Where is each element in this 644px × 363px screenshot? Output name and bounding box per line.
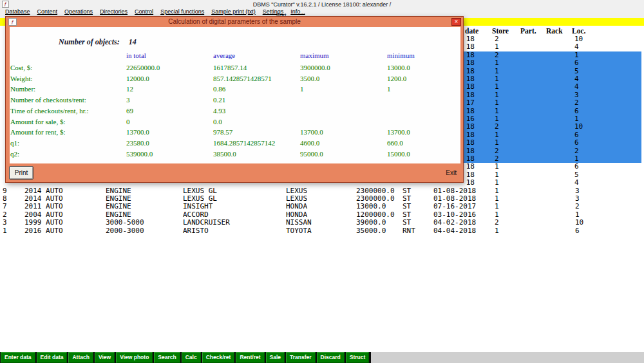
table-row-partial[interactable]: 1814 [464,43,641,51]
cell-date-fragment: 18 [464,107,475,115]
cell-store: 2 [495,219,499,227]
table-row-partial[interactable]: 1821 [464,155,641,163]
table-row-partial[interactable]: 1814 [464,75,641,83]
cell-store: 1 [495,59,499,67]
table-row[interactable]: 92014 AUTOENGINELEXUS GLLEXUS2300000.0ST… [0,187,644,195]
cell-loc: 4 [574,75,579,83]
stat-value: 3 [126,96,130,104]
table-row-partial[interactable]: 1712 [464,99,641,107]
print-button[interactable]: Print [9,166,33,180]
cell-category: 2000-3000 [106,227,144,235]
cell-loc: 1 [574,115,579,123]
stat-value: 1 [300,85,304,93]
table-row-partial[interactable]: 1816 [464,139,641,147]
table-row-partial[interactable]: 1611 [464,115,641,123]
cell-date-fragment: 18 [464,131,475,139]
table-row[interactable]: 31999 AUTO3000-5000LANDCRUISERNISSAN3900… [0,219,644,227]
toolbar-button-attach[interactable]: Attach [68,352,93,363]
table-row[interactable]: 82014 AUTOENGINELEXUS GLLEXUS2300000.0ST… [0,195,644,203]
table-row-partial[interactable]: 1815 [464,171,641,179]
stat-value: 13700.0 [300,128,323,136]
cell-loc: 2 [574,147,579,155]
cell-category: ENGINE [106,187,131,195]
cell-loc: 3 [575,187,580,195]
cell-loc: 1 [575,211,580,219]
toolbar-button-edit-data[interactable]: Edit data [37,352,68,363]
cell-model: ARISTO [183,227,209,235]
cell-date: 04-02-2018 [433,219,476,227]
cell-loc: 10 [574,123,583,131]
cell-brand: HONDA [286,203,307,210]
stat-value: 0 [126,118,130,126]
stat-value: 0.0 [213,118,222,126]
table-row-partial[interactable]: 1816 [464,59,641,67]
cell-loc: 6 [574,107,579,115]
cell-store: 1 [495,211,499,219]
table-row-partial[interactable]: 1816 [464,107,641,115]
table-row-partial[interactable]: 1815 [464,68,641,75]
table-row-partial[interactable]: 1813 [464,91,641,99]
cell-id: 9 [3,187,7,195]
cell-model: LEXUS GL [183,187,217,195]
objects-count-line: Number of objects:14 [59,37,137,47]
table-row-partial[interactable]: 1816 [464,131,641,139]
cell-model: INSIGHT [183,203,213,210]
stat-value: 3500.0 [300,75,319,82]
cell-status: ST [402,187,411,195]
cell-store: 1 [495,115,499,123]
cell-store: 1 [495,75,499,83]
cell-loc: 3 [574,91,579,99]
cell-date-fragment: 18 [464,35,475,43]
stat-row-label: Amount for rent, $: [10,128,66,136]
cell-loc: 1 [574,51,579,59]
toolbar-button-rent-ret[interactable]: Rent/ret [236,352,264,363]
stat-row-label: Amount for sale, $: [10,118,66,126]
toolbar-button-search[interactable]: Search [154,352,180,363]
cell-store: 1 [495,195,499,203]
cell-store: 1 [495,139,499,147]
table-row-partial[interactable]: 1816 [464,163,641,171]
stat-row-label: Weight: [10,75,33,82]
dialog-titlebar[interactable]: ƒ Calculation of digital parameters of t… [6,17,463,27]
cell-store: 2 [495,155,499,163]
table-row[interactable]: 12016 AUTO2000-3000ARISTOTOYOTA35000.0RN… [0,227,644,235]
toolbar-button-discard[interactable]: Discard [317,352,345,363]
toolbar-button-enter-data[interactable]: Enter data [1,352,35,363]
objects-count-label: Number of objects: [59,37,120,46]
toolbar-button-view[interactable]: View [95,352,115,363]
table-row-partial[interactable]: 18210 [464,35,641,43]
cell-store: 1 [495,227,499,235]
table-row[interactable]: 72011 AUTOENGINEINSIGHTHONDA13000.0ST07-… [0,203,644,210]
stat-column-in-total: in total [126,51,146,59]
stat-column-maximum: maximum [300,51,329,59]
toolbar-button-transfer[interactable]: Transfer [286,352,316,363]
toolbar-button-calc[interactable]: Calc [182,352,201,363]
cell-store: 1 [495,171,499,179]
cell-brand: TOYOTA [286,227,312,235]
cell-store: 1 [495,179,499,187]
toolbar-button-struct[interactable]: Struct [346,352,370,363]
cell-store: 1 [495,107,499,115]
stat-value: 3900000.0 [300,64,330,71]
cell-id: 1 [3,227,7,235]
cell-status: ST [402,195,411,203]
close-icon[interactable]: × [451,18,461,26]
stat-value: 978.57 [213,128,232,136]
table-row-partial[interactable]: 1814 [464,179,641,187]
calc-dialog: ƒ Calculation of digital parameters of t… [5,16,464,183]
stat-value: 12000.0 [126,75,149,82]
table-row-partial[interactable]: 1821 [464,51,641,59]
exit-button[interactable]: Exit [446,169,457,176]
cell-date-fragment: 18 [464,51,475,59]
cell-date-fragment: 18 [464,179,475,187]
toolbar-button-check-ret[interactable]: Check/ret [202,352,235,363]
table-row-partial[interactable]: 1814 [464,83,641,91]
cell-loc: 3 [575,195,580,203]
toolbar-button-sale[interactable]: Sale [266,352,285,363]
table-row-partial[interactable]: 1822 [464,147,641,155]
table-row-partial[interactable]: 18210 [464,123,641,131]
dialog-title: Calculation of digital parameters of the… [168,18,301,25]
table-row[interactable]: 22004 AUTOENGINEACCORDHONDA1200000.0ST03… [0,211,644,219]
stat-column-minimum: minimum [387,51,415,59]
toolbar-button-view-photo[interactable]: View photo [116,352,153,363]
